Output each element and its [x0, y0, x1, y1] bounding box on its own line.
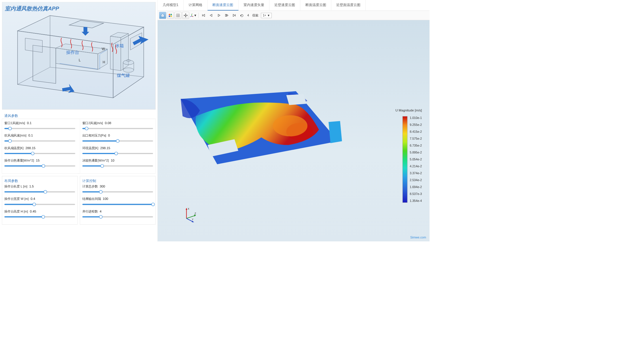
axis-dropdown[interactable]: YX ▼	[190, 12, 197, 19]
svg-text:X: X	[193, 16, 193, 17]
legend-tick: 7.575e-2	[410, 137, 422, 141]
legend-tick: 1.354e-4	[410, 199, 422, 203]
next-frame-button[interactable]	[223, 12, 230, 19]
svg-text:Y: Y	[192, 218, 193, 221]
legend-tick: 1.010e-1	[410, 116, 422, 120]
tab-5[interactable]: 断面温度云图	[300, 0, 331, 11]
layout-value: 0.4	[31, 197, 35, 201]
ventilation-slider[interactable]	[82, 164, 153, 168]
ventilation-param: 吹风扇温度[K] 288.15	[4, 146, 75, 155]
section-title-ventilation: 通风参数	[2, 112, 156, 119]
ventilation-slider[interactable]	[4, 126, 75, 130]
ventilation-label: 操作台热通量[W/m^2]	[4, 159, 34, 163]
compute-value: 300	[100, 185, 105, 188]
legend-tick: 4.214e-2	[410, 165, 422, 168]
coordinate-axes-icon: X Z Y	[183, 207, 198, 222]
speed-select[interactable]: 1× ▼	[261, 13, 272, 18]
ventilation-label: 冰箱热通量[W/m^2]	[82, 159, 109, 163]
compute-label: 并行进程数	[82, 210, 98, 214]
last-frame-button[interactable]	[231, 12, 238, 19]
layout-slider[interactable]	[4, 202, 75, 206]
compute-value: 4	[100, 210, 101, 213]
prev-frame-button[interactable]	[208, 12, 215, 19]
legend-ticks: 1.010e-19.255e-28.415e-27.575e-26.735e-2…	[410, 116, 422, 203]
tab-0[interactable]: 几何模型1	[158, 0, 184, 11]
svg-marker-45	[187, 15, 188, 16]
compute-label: 计算总步数	[82, 185, 98, 189]
layout-slider[interactable]	[4, 190, 75, 194]
ventilation-value: 0	[108, 134, 110, 137]
svg-marker-70	[194, 215, 196, 217]
ventilation-value: 0.08	[105, 121, 111, 125]
tab-4[interactable]: 近壁速度云图	[269, 0, 300, 11]
compute-slider[interactable]	[82, 215, 153, 219]
dim-L: L	[79, 58, 81, 62]
ventilation-slider[interactable]	[4, 151, 75, 155]
svg-rect-31	[169, 14, 170, 15]
compute-param: 计算总步数 300	[82, 185, 153, 194]
ventilation-label: 出口相对压力[Pa]	[82, 134, 106, 138]
legend-tick: 3.374e-2	[410, 172, 422, 175]
pan-button[interactable]	[182, 12, 189, 19]
visualization-area[interactable]: X Z Y U Magnitude [m/s] 1.010e-19.255e-2…	[158, 20, 430, 241]
ventilation-slider[interactable]	[82, 126, 153, 130]
section-title-compute: 计算控制	[82, 179, 153, 185]
data-table-button[interactable]	[174, 12, 181, 19]
play-button[interactable]	[215, 12, 222, 19]
first-frame-button[interactable]	[200, 12, 207, 19]
ventilation-value: 298.15	[100, 146, 110, 150]
svg-marker-43	[185, 16, 186, 17]
view-cube-button[interactable]	[159, 12, 166, 19]
bottom-row: 布局参数 操作台长度 L [m] 1.5 操作台宽度 W [m] 0.4 操作台…	[2, 176, 156, 225]
tab-6[interactable]: 近壁面温度云图	[331, 0, 366, 11]
loop-button[interactable]	[238, 12, 245, 19]
compute-section: 计算控制 计算总步数 300 结果输出间隔 100 并行进程数 4	[80, 176, 155, 225]
frame-number: 4	[247, 14, 249, 17]
ventilation-param: 环境温度[K] 298.15	[82, 146, 153, 155]
dim-H: H	[102, 60, 105, 64]
compute-value: 100	[103, 197, 108, 201]
ventilation-slider[interactable]	[82, 151, 153, 155]
compute-label: 结果输出间隔	[82, 197, 101, 201]
layout-slider[interactable]	[4, 215, 75, 219]
ventilation-slider[interactable]	[4, 164, 75, 168]
ventilation-slider[interactable]	[4, 139, 75, 143]
layout-value: 0.45	[30, 210, 36, 213]
dim-W: W	[102, 47, 105, 51]
svg-rect-35	[176, 14, 180, 17]
ventilation-value: 0.1	[27, 121, 32, 125]
compute-slider[interactable]	[82, 202, 153, 206]
ventilation-label: 环境温度[K]	[82, 146, 98, 150]
svg-text:Z: Z	[195, 212, 196, 215]
label-fridge: 冰箱	[115, 43, 124, 48]
compute-param: 结果输出间隔 100	[82, 197, 153, 206]
ventilation-label: 窗口2风速[m/s]	[82, 121, 103, 125]
ventilation-value: 0.1	[28, 134, 33, 137]
tab-2[interactable]: 断面速度云图	[208, 0, 238, 11]
svg-marker-42	[185, 14, 186, 14]
svg-marker-13	[121, 33, 129, 71]
compute-param: 并行进程数 4	[82, 210, 153, 219]
tabs: 几何模型1计算网格断面速度云图室内速度矢量近壁速度云图断面温度云图近壁面温度云图	[158, 0, 430, 11]
ventilation-label: 吹风扇风速[m/s]	[4, 134, 26, 138]
ventilation-slider[interactable]	[82, 139, 153, 143]
legend-tick: 9.255e-2	[410, 123, 422, 127]
compute-slider[interactable]	[82, 190, 153, 194]
layout-section: 布局参数 操作台长度 L [m] 1.5 操作台宽度 W [m] 0.4 操作台…	[2, 176, 78, 225]
label-gas: 煤气罐	[117, 73, 130, 78]
section-title-layout: 布局参数	[4, 179, 75, 185]
grid-color-button[interactable]	[167, 12, 174, 19]
svg-rect-34	[170, 16, 172, 17]
layout-param: 操作台高度 H [m] 0.45	[4, 210, 75, 219]
legend-title: U Magnitude [m/s]	[395, 109, 422, 112]
svg-point-19	[127, 60, 130, 62]
ventilation-col-2: 窗口2风速[m/s] 0.08 出口相对压力[Pa] 0 环境温度[K] 298…	[80, 119, 155, 173]
svg-line-69	[187, 215, 195, 218]
svg-marker-57	[233, 14, 235, 16]
tab-1[interactable]: 计算网格	[184, 0, 208, 11]
svg-marker-65	[328, 121, 342, 143]
svg-marker-73	[192, 221, 194, 222]
svg-marker-54	[218, 14, 220, 16]
tab-3[interactable]: 室内速度矢量	[238, 0, 269, 11]
velocity-contour-plane	[173, 87, 342, 168]
